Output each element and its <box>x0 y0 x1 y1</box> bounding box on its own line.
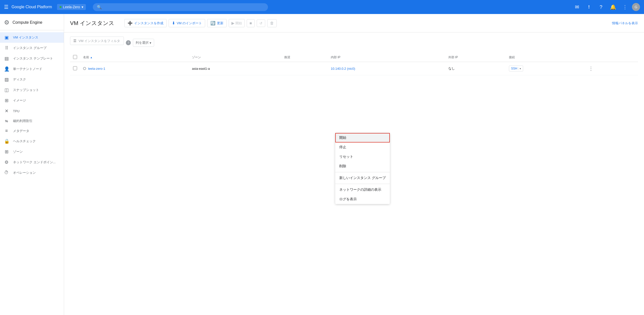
row-zone-cell: asia-east1-a <box>189 62 281 75</box>
filter-help-icon[interactable]: ? <box>126 40 131 45</box>
context-menu-item-stop[interactable]: 停止 <box>335 142 390 152</box>
context-menu-item-view-logs[interactable]: ログを表示 <box>335 194 390 204</box>
th-name-label: 名前 <box>83 55 89 60</box>
filter-row: ☰ ? 列を選択 ▾ <box>70 36 638 49</box>
brand-title: Google Cloud Platform <box>12 5 52 9</box>
zones-icon: ⊞ <box>4 149 9 154</box>
sidebar-item-health-checks[interactable]: 🔒 ヘルスチェック <box>0 136 64 146</box>
delete-icon: 🗑 <box>270 21 274 26</box>
th-zone[interactable]: ゾーン <box>189 53 281 62</box>
instance-name-link[interactable]: leela-zero-1 <box>88 67 105 70</box>
header-actions: ➕ インスタンスを作成 ⬇ VM のインポート 🔄 更新 ▶ 開始 ■ <box>124 19 277 27</box>
filter-input[interactable] <box>79 39 121 43</box>
project-chevron-icon: ▾ <box>82 5 83 9</box>
row-name-cell: leela-zero-1 <box>80 62 189 75</box>
sidebar-item-label: イメージ <box>13 98 26 103</box>
search-input[interactable] <box>104 5 264 9</box>
row-checkbox-cell <box>70 62 80 75</box>
page-title: VM インスタンス <box>70 20 114 27</box>
row-external-ip-cell: なし <box>445 62 506 75</box>
sidebar-item-operations[interactable]: ⏱ オペレーション <box>0 168 64 178</box>
search-icon: 🔍 <box>97 5 102 10</box>
context-menu-item-network-details[interactable]: ネットワークの詳細の表示 <box>335 185 390 194</box>
th-external-ip[interactable]: 外部 IP <box>445 53 506 62</box>
th-checkbox <box>70 53 80 62</box>
sidebar-item-committed-use[interactable]: % 確約利用割引 <box>0 116 64 126</box>
sidebar-item-network-endpoints[interactable]: ⚙ ネットワーク エンドポイン... <box>0 157 64 168</box>
sidebar-item-tpu[interactable]: ✕ TPU <box>0 106 64 116</box>
sidebar-title: Compute Engine <box>13 20 42 25</box>
reset-icon: ↺ <box>259 21 262 25</box>
table-area: ☰ ? 列を選択 ▾ <box>64 32 644 79</box>
row-connection-cell: SSH ▾ <box>506 62 584 75</box>
create-instance-label: インスタンスを作成 <box>134 21 163 26</box>
sidebar-item-label: 確約利用割引 <box>13 119 33 123</box>
th-internal-ip[interactable]: 内部 IP <box>328 53 445 62</box>
context-menu-item-start[interactable]: 開始 <box>335 133 390 142</box>
sidebar-item-snapshots[interactable]: ◫ スナップショット <box>0 85 64 95</box>
nav-icons: ✉ ! ? 🔔 ⋮ G <box>572 2 640 12</box>
ssh-button[interactable]: SSH ▾ <box>509 66 523 72</box>
instance-status-icon <box>83 67 86 70</box>
row-recommendation-cell <box>281 62 328 75</box>
info-panel-button[interactable]: 情報パネルを表示 <box>612 21 638 26</box>
help-icon[interactable]: ? <box>596 2 606 12</box>
instance-zone: asia-east1-a <box>192 67 210 70</box>
start-button[interactable]: ▶ 開始 <box>229 19 245 27</box>
more-options-icon[interactable]: ⋮ <box>620 2 630 12</box>
committed-use-icon: % <box>4 119 9 123</box>
context-menu-item-delete[interactable]: 削除 <box>335 162 390 171</box>
network-endpoints-icon: ⚙ <box>4 160 9 165</box>
import-vm-label: VM のインポート <box>177 21 202 26</box>
th-recommendation[interactable]: 推奨 <box>281 53 328 62</box>
context-menu-item-new-instance-group[interactable]: 新しいインスタンス グループ <box>335 173 390 183</box>
th-name[interactable]: 名前 ▲ <box>80 53 189 62</box>
row-more-button[interactable]: ⋮ <box>587 64 595 72</box>
project-status-dot <box>60 6 62 8</box>
th-recommendation-label: 推奨 <box>284 56 290 59</box>
th-zone-label: ゾーン <box>192 56 201 59</box>
bell-icon[interactable]: 🔔 <box>608 2 618 12</box>
vm-instances-table: 名前 ▲ ゾーン 推奨 内部 IP <box>70 53 638 75</box>
th-connection[interactable]: 接続 <box>506 53 584 62</box>
compute-engine-icon: ⚙ <box>4 19 10 26</box>
sidebar-item-zones[interactable]: ⊞ ゾーン <box>0 146 64 157</box>
column-select-chevron-icon: ▾ <box>150 41 151 45</box>
sidebar-item-vm-instances[interactable]: ▣ VM インスタンス <box>0 32 64 43</box>
sidebar-item-disks[interactable]: ▨ ディスク <box>0 74 64 85</box>
select-all-checkbox[interactable] <box>73 55 77 59</box>
sidebar-item-sole-tenant[interactable]: 👤 単一テナントノード <box>0 64 64 74</box>
email-icon[interactable]: ✉ <box>572 2 582 12</box>
sidebar-item-metadata[interactable]: ≡ メタデータ <box>0 126 64 136</box>
search-bar: 🔍 <box>93 3 268 11</box>
context-menu: 開始 停止 リセット 削除 新しいインスタンス グループ ネットワークの詳細の表… <box>335 133 390 204</box>
column-select-button[interactable]: 列を選択 ▾ <box>133 39 154 47</box>
ssh-chevron-icon[interactable]: ▾ <box>518 67 521 70</box>
internal-ip-link[interactable]: 10.140.0.2 (nic0) <box>331 67 355 70</box>
sidebar-item-label: ゾーン <box>13 150 23 154</box>
stop-button[interactable]: ■ <box>247 19 255 27</box>
project-selector[interactable]: Leela-Zero ▾ <box>57 4 86 10</box>
refresh-button[interactable]: 🔄 更新 <box>207 19 227 27</box>
top-navigation: ☰ Google Cloud Platform Leela-Zero ▾ 🔍 ✉… <box>0 0 644 14</box>
sidebar-item-instance-groups[interactable]: ⠿ インスタンス グループ <box>0 43 64 53</box>
sidebar-item-label: ディスク <box>13 77 26 82</box>
hamburger-menu-icon[interactable]: ☰ <box>4 4 9 10</box>
import-vm-button[interactable]: ⬇ VM のインポート <box>169 19 205 27</box>
sidebar-item-instance-templates[interactable]: ▤ インスタンス テンプレート <box>0 53 64 64</box>
context-menu-item-reset[interactable]: リセット <box>335 152 390 162</box>
row-checkbox[interactable] <box>73 66 77 70</box>
create-instance-button[interactable]: ➕ インスタンスを作成 <box>124 19 167 27</box>
delete-button[interactable]: 🗑 <box>267 19 277 27</box>
th-connection-label: 接続 <box>509 56 515 59</box>
sidebar-item-label: VM インスタンス <box>13 35 38 40</box>
disks-icon: ▨ <box>4 77 9 82</box>
th-actions <box>584 53 638 62</box>
avatar[interactable]: G <box>632 3 640 11</box>
alert-icon[interactable]: ! <box>584 2 594 12</box>
sidebar-item-images[interactable]: ⊞ イメージ <box>0 95 64 106</box>
operations-icon: ⏱ <box>4 170 9 175</box>
main-content: VM インスタンス ➕ インスタンスを作成 ⬇ VM のインポート 🔄 更新 ▶… <box>64 14 644 315</box>
reset-button[interactable]: ↺ <box>257 20 265 27</box>
row-more-cell: ⋮ <box>584 62 638 75</box>
